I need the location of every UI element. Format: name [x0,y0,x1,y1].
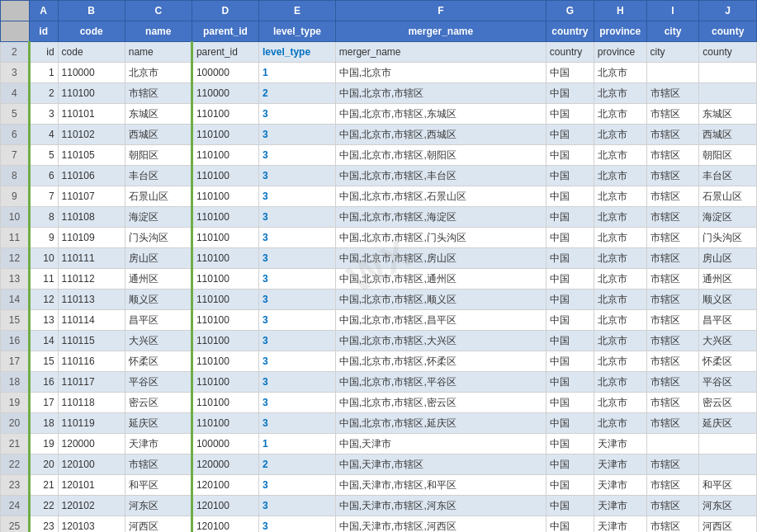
cell-province[interactable]: 北京市 [594,166,646,186]
cell-city[interactable]: 市辖区 [646,351,699,372]
cell-id[interactable]: 2 [29,83,58,104]
cell-level_type[interactable]: 2 [259,83,336,104]
cell-level_type[interactable]: 1 [259,63,336,83]
cell-name[interactable]: 和平区 [125,475,192,496]
cell-level_type[interactable]: 3 [259,393,336,413]
cell-county[interactable]: 大兴区 [699,331,757,351]
cell-country[interactable]: 中国 [546,83,594,104]
cell-city[interactable]: 市辖区 [646,475,699,496]
cell-province[interactable]: 天津市 [594,516,646,533]
cell-level_type[interactable]: 3 [259,248,336,269]
cell-county[interactable] [699,434,757,454]
cell-name[interactable]: 通州区 [125,269,192,290]
cell-city[interactable]: city [646,42,699,63]
cell-merger_name[interactable]: 中国,天津市 [335,434,546,454]
header-col-i[interactable]: I [646,1,699,21]
subheader-id[interactable]: id [29,21,58,42]
cell-code[interactable]: 110112 [58,269,125,290]
cell-parent_id[interactable]: 110100 [192,186,258,207]
cell-parent_id[interactable]: 110100 [192,310,258,331]
cell-county[interactable]: 密云区 [699,393,757,413]
cell-parent_id[interactable]: 110100 [192,248,258,269]
cell-parent_id[interactable]: 110000 [192,83,258,104]
cell-merger_name[interactable]: 中国,天津市,市辖区,河西区 [335,516,546,533]
subheader-county[interactable]: county [699,21,757,42]
cell-parent_id[interactable]: 110100 [192,331,258,351]
cell-county[interactable]: 东城区 [699,104,757,125]
cell-name[interactable]: 西城区 [125,125,192,145]
cell-city[interactable]: 市辖区 [646,166,699,186]
table-row[interactable]: 42110100市辖区1100002中国,北京市,市辖区中国北京市市辖区 [1,83,757,104]
cell-id[interactable]: 21 [29,475,58,496]
cell-parent_id[interactable]: 120000 [192,454,258,475]
cell-province[interactable]: 天津市 [594,454,646,475]
cell-code[interactable]: 110115 [58,331,125,351]
cell-city[interactable]: 市辖区 [646,228,699,248]
cell-level_type[interactable]: 3 [259,413,336,434]
cell-merger_name[interactable]: 中国,北京市,市辖区,东城区 [335,104,546,125]
table-row[interactable]: 2422120102河东区1201003中国,天津市,市辖区,河东区中国天津市市… [1,496,757,516]
cell-country[interactable]: 中国 [546,516,594,533]
cell-id[interactable]: 23 [29,516,58,533]
header-col-c[interactable]: C [125,1,192,21]
cell-city[interactable]: 市辖区 [646,125,699,145]
cell-province[interactable]: 北京市 [594,186,646,207]
cell-province[interactable]: 北京市 [594,310,646,331]
cell-city[interactable]: 市辖区 [646,331,699,351]
cell-code[interactable]: 110100 [58,83,125,104]
cell-id[interactable]: 11 [29,269,58,290]
header-col-a[interactable]: A [29,1,58,21]
cell-code[interactable]: 110116 [58,351,125,372]
cell-id[interactable]: 3 [29,104,58,125]
cell-id[interactable]: 20 [29,454,58,475]
cell-level_type[interactable]: 3 [259,331,336,351]
subheader-city[interactable]: city [646,21,699,42]
cell-county[interactable]: 西城区 [699,125,757,145]
table-row[interactable]: 86110106丰台区1101003中国,北京市,市辖区,丰台区中国北京市市辖区… [1,166,757,186]
cell-level_type[interactable]: 3 [259,125,336,145]
table-row[interactable]: 1412110113顺义区1101003中国,北京市,市辖区,顺义区中国北京市市… [1,290,757,310]
cell-province[interactable]: province [594,42,646,63]
table-row[interactable]: 1917110118密云区1101003中国,北京市,市辖区,密云区中国北京市市… [1,393,757,413]
cell-merger_name[interactable]: 中国,天津市,市辖区 [335,454,546,475]
cell-level_type[interactable]: 3 [259,228,336,248]
table-row[interactable]: 2220120100市辖区1200002中国,天津市,市辖区中国天津市市辖区 [1,454,757,475]
cell-id[interactable]: id [29,42,58,63]
table-row[interactable]: 2018110119延庆区1101003中国,北京市,市辖区,延庆区中国北京市市… [1,413,757,434]
table-row[interactable]: 1513110114昌平区1101003中国,北京市,市辖区,昌平区中国北京市市… [1,310,757,331]
cell-country[interactable]: 中国 [546,104,594,125]
cell-country[interactable]: 中国 [546,145,594,166]
cell-merger_name[interactable]: 中国,北京市,市辖区,怀柔区 [335,351,546,372]
header-col-h[interactable]: H [594,1,646,21]
subheader-country[interactable]: country [546,21,594,42]
cell-city[interactable]: 市辖区 [646,207,699,228]
cell-merger_name[interactable]: 中国,北京市,市辖区,平谷区 [335,372,546,393]
cell-merger_name[interactable]: 中国,北京市,市辖区,丰台区 [335,166,546,186]
cell-name[interactable]: 平谷区 [125,372,192,393]
cell-country[interactable]: 中国 [546,125,594,145]
cell-province[interactable]: 北京市 [594,393,646,413]
cell-county[interactable]: 延庆区 [699,413,757,434]
cell-parent_id[interactable]: 100000 [192,434,258,454]
subheader-province[interactable]: province [594,21,646,42]
header-col-b[interactable]: B [58,1,125,21]
cell-id[interactable]: 1 [29,63,58,83]
cell-name[interactable]: 东城区 [125,104,192,125]
cell-parent_id[interactable]: 110100 [192,228,258,248]
cell-merger_name[interactable]: 中国,北京市,市辖区,朝阳区 [335,145,546,166]
cell-code[interactable]: 110118 [58,393,125,413]
table-row[interactable]: 1816110117平谷区1101003中国,北京市,市辖区,平谷区中国北京市市… [1,372,757,393]
cell-code[interactable]: 110102 [58,125,125,145]
cell-id[interactable]: 12 [29,290,58,310]
cell-code[interactable]: 110106 [58,166,125,186]
cell-merger_name[interactable]: 中国,北京市,市辖区 [335,83,546,104]
cell-merger_name[interactable]: 中国,北京市,市辖区,石景山区 [335,186,546,207]
cell-merger_name[interactable]: 中国,北京市,市辖区,密云区 [335,393,546,413]
cell-county[interactable] [699,83,757,104]
cell-code[interactable]: 110000 [58,63,125,83]
cell-country[interactable]: 中国 [546,248,594,269]
cell-country[interactable]: 中国 [546,186,594,207]
cell-code[interactable]: 120103 [58,516,125,533]
cell-merger_name[interactable]: 中国,北京市,市辖区,昌平区 [335,310,546,331]
cell-merger_name[interactable]: 中国,北京市,市辖区,延庆区 [335,413,546,434]
